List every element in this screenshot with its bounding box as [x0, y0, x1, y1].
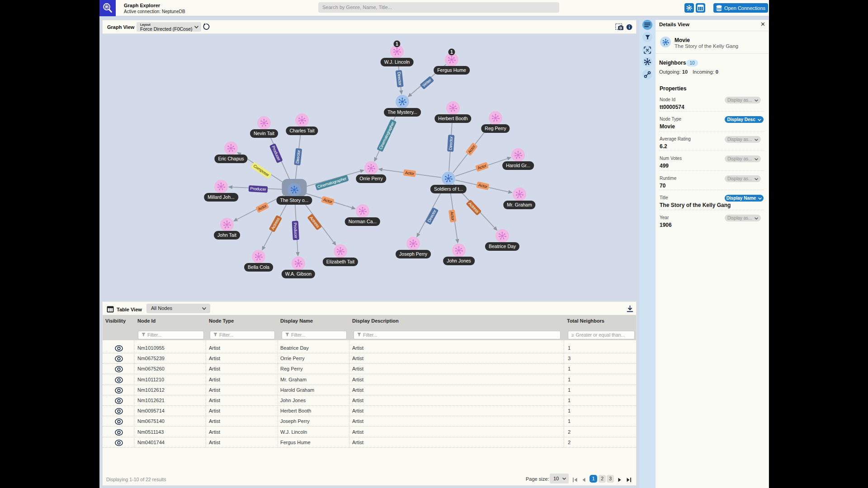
- svg-text:1: 1: [450, 50, 453, 55]
- svg-text:1: 1: [396, 42, 398, 47]
